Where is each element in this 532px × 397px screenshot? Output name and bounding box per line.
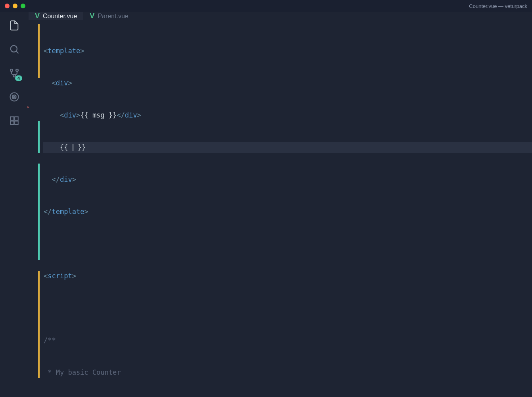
main-area: 4 V Counter.vue V Parent.vue [0,12,532,397]
extensions-icon[interactable] [8,114,21,127]
titlebar: Counter.vue — veturpack [0,0,532,12]
maximize-window-button[interactable] [21,4,25,8]
editor-area: V Counter.vue V Parent.vue ▸ [29,12,532,397]
vue-icon: V [90,12,94,20]
text-cursor [73,144,73,151]
svg-point-0 [11,46,17,52]
minimize-window-button[interactable] [13,4,17,8]
close-window-button[interactable] [5,4,10,8]
tab-label: Parent.vue [98,13,128,20]
debug-icon[interactable] [8,91,21,103]
svg-point-3 [16,69,18,71]
svg-rect-10 [10,121,14,125]
svg-rect-11 [15,121,18,125]
tab-parent-vue[interactable]: V Parent.vue [83,12,134,20]
editor[interactable]: ▸ [29,20,532,397]
code-content[interactable]: <template> <div> <div>{{ msg }}</div> {{… [43,24,532,397]
tab-label: Counter.vue [43,13,77,20]
tab-bar: V Counter.vue V Parent.vue [29,12,532,20]
explorer-icon[interactable] [8,19,21,32]
source-control-icon[interactable]: 4 [8,67,21,79]
svg-rect-9 [15,117,18,120]
svg-rect-8 [10,117,14,120]
svg-point-2 [10,69,13,71]
vue-icon: V [35,12,40,20]
activitybar: 4 [0,12,29,397]
scm-badge: 4 [15,75,22,81]
traffic-lights [5,4,25,8]
svg-line-1 [16,51,19,54]
search-icon[interactable] [8,43,21,56]
gutter: ▸ [29,24,43,397]
tab-counter-vue[interactable]: V Counter.vue [29,12,83,20]
window-title: Counter.vue — veturpack [469,3,527,9]
